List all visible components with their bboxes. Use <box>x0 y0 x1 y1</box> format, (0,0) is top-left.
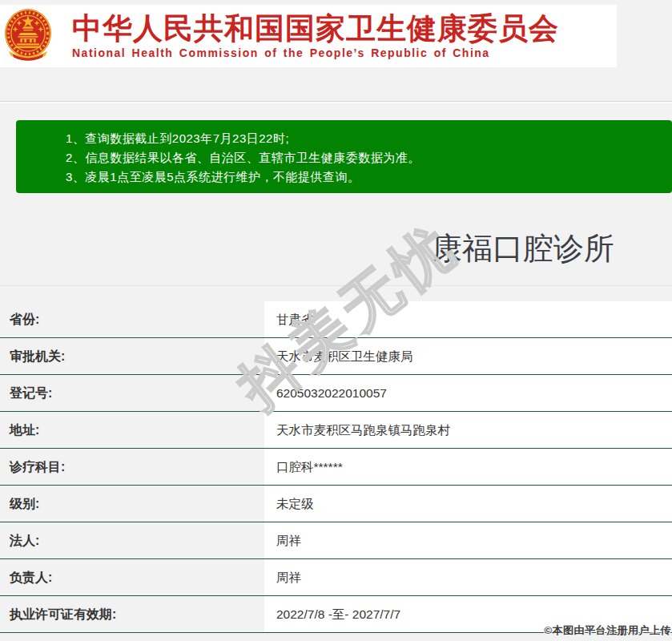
field-label: 省份: <box>0 301 264 337</box>
notice-banner: 1、查询数据截止到2023年7月23日22时; 2、信息数据结果以各省、自治区、… <box>16 120 672 193</box>
field-value: 天水市麦积区马跑泉镇马跑泉村 <box>264 412 672 448</box>
field-label: 地址: <box>0 412 264 448</box>
upload-attribution-stamp: ©本图由平台注册用户上传 <box>544 623 671 638</box>
field-label: 诊疗科目: <box>0 449 264 485</box>
notice-item: 1、查询数据截止到2023年7月23日22时; <box>66 129 672 148</box>
table-row: 级别: 未定级 <box>0 486 672 522</box>
field-value: 周祥 <box>264 559 672 595</box>
org-name-en: National Health Commission of the People… <box>72 46 490 59</box>
table-row: 法人: 周祥 <box>0 522 672 559</box>
field-value: 口腔科****** <box>264 449 672 485</box>
field-value: 未定级 <box>264 486 672 522</box>
field-label: 级别: <box>0 486 264 522</box>
header-divider <box>0 101 672 103</box>
clinic-name-title: 康福口腔诊所 <box>432 228 614 269</box>
prc-national-emblem-icon <box>3 6 53 66</box>
table-row: 负责人: 周祥 <box>0 559 672 596</box>
table-row: 登记号: 6205032022010057 <box>0 375 672 412</box>
field-label: 执业许可证有效期: <box>0 596 264 632</box>
org-name-zh: 中华人民共和国国家卫生健康委员会 <box>72 9 559 49</box>
notice-item: 3、凌晨1点至凌晨5点系统进行维护，不能提供查询。 <box>66 167 672 187</box>
field-label: 负责人: <box>0 559 264 595</box>
table-row: 地址: 天水市麦积区马跑泉镇马跑泉村 <box>0 412 672 449</box>
field-label: 审批机关: <box>0 338 264 374</box>
site-header: 中华人民共和国国家卫生健康委员会 National Health Commiss… <box>0 5 617 67</box>
table-row: 诊疗科目: 口腔科****** <box>0 449 672 486</box>
field-label: 法人: <box>0 522 264 558</box>
field-value: 天水市麦积区卫生健康局 <box>264 338 672 374</box>
field-label: 登记号: <box>0 375 264 411</box>
field-value: 甘肃省 <box>264 301 672 337</box>
table-row: 省份: 甘肃省 <box>0 301 672 338</box>
field-value: 6205032022010057 <box>264 375 672 411</box>
table-row: 审批机关: 天水市麦积区卫生健康局 <box>0 338 672 375</box>
license-detail-table: 省份: 甘肃省 审批机关: 天水市麦积区卫生健康局 登记号: 620503202… <box>0 301 672 633</box>
notice-item: 2、信息数据结果以各省、自治区、直辖市卫生健康委数据为准。 <box>66 148 672 167</box>
section-divider <box>0 285 672 286</box>
field-value: 周祥 <box>264 522 672 558</box>
